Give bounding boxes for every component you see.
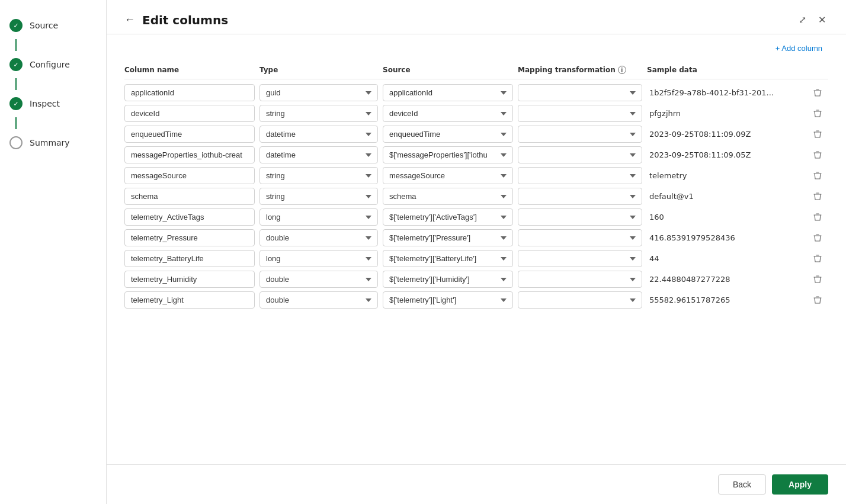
table-row: guid string datetime long double int boo… — [124, 146, 828, 163]
sample-data-value: 22.44880487277228 — [647, 271, 802, 287]
column-name-input[interactable] — [124, 229, 255, 246]
mapping-select[interactable] — [518, 105, 642, 122]
column-name-input[interactable] — [124, 146, 255, 163]
sample-data-value: pfgzjhrn — [647, 105, 802, 121]
table-row: guid string datetime long double int boo… — [124, 105, 828, 122]
col-header-type: Type — [259, 66, 378, 74]
table-header-row: Column name Type Source Mapping transfor… — [124, 66, 828, 79]
type-select[interactable]: guid string datetime long double int boo… — [259, 188, 378, 205]
close-icon[interactable]: ✕ — [816, 12, 828, 28]
back-button[interactable]: Back — [718, 474, 766, 495]
col-header-sample-data: Sample data — [647, 66, 802, 74]
source-select[interactable]: $['telemetry']['Light'] — [383, 291, 513, 309]
back-navigation-button[interactable]: ← — [124, 14, 135, 26]
column-name-input[interactable] — [124, 250, 255, 267]
page-footer: Back Apply — [107, 464, 846, 504]
sidebar-label-source: Source — [30, 21, 58, 30]
header-left: ← Edit columns — [124, 13, 228, 27]
sidebar-item-inspect[interactable]: Inspect — [0, 90, 106, 117]
sidebar-item-summary[interactable]: Summary — [0, 129, 106, 156]
source-select[interactable]: $['messageProperties']['iothu — [383, 146, 513, 163]
source-select[interactable]: $['telemetry']['Pressure'] — [383, 229, 513, 246]
type-select[interactable]: guid string datetime long double int boo… — [259, 84, 378, 101]
column-name-input[interactable] — [124, 208, 255, 226]
step-connector-2 — [15, 78, 17, 90]
page-title: Edit columns — [142, 13, 228, 27]
type-select[interactable]: guid string datetime long double int boo… — [259, 229, 378, 246]
table-row: guid string datetime long double int boo… — [124, 167, 828, 184]
mapping-select[interactable] — [518, 250, 642, 267]
delete-row-button[interactable] — [807, 210, 828, 224]
source-select[interactable]: messageSource — [383, 167, 513, 184]
column-name-input[interactable] — [124, 84, 255, 101]
sample-data-value: 44 — [647, 251, 802, 267]
sample-data-value: default@v1 — [647, 188, 802, 204]
mapping-select[interactable] — [518, 271, 642, 288]
page-header: ← Edit columns ⤢ ✕ — [107, 0, 846, 34]
delete-row-button[interactable] — [807, 272, 828, 287]
col-header-delete-spacer — [807, 66, 828, 74]
mapping-select[interactable] — [518, 291, 642, 309]
expand-icon[interactable]: ⤢ — [796, 12, 809, 28]
type-select[interactable]: guid string datetime long double int boo… — [259, 291, 378, 309]
delete-row-button[interactable] — [807, 293, 828, 307]
step-connector-1 — [15, 39, 17, 51]
source-select[interactable]: $['telemetry']['Humidity'] — [383, 271, 513, 288]
type-select[interactable]: guid string datetime long double int boo… — [259, 146, 378, 163]
sample-data-value: telemetry — [647, 168, 802, 184]
type-select[interactable]: guid string datetime long double int boo… — [259, 250, 378, 267]
table-row: guid string datetime long double int boo… — [124, 84, 828, 101]
mapping-info-icon[interactable]: i — [618, 66, 626, 74]
delete-row-button[interactable] — [807, 148, 828, 162]
table-row: guid string datetime long double int boo… — [124, 208, 828, 226]
sidebar-label-inspect: Inspect — [30, 99, 60, 108]
source-select[interactable]: $['telemetry']['BatteryLife'] — [383, 250, 513, 267]
apply-button[interactable]: Apply — [772, 474, 828, 495]
type-select[interactable]: guid string datetime long double int boo… — [259, 167, 378, 184]
sidebar-item-configure[interactable]: Configure — [0, 51, 106, 78]
source-select[interactable]: applicationId — [383, 84, 513, 101]
type-select[interactable]: guid string datetime long double int boo… — [259, 126, 378, 143]
mapping-select[interactable] — [518, 84, 642, 101]
delete-row-button[interactable] — [807, 127, 828, 142]
col-header-source: Source — [383, 66, 513, 74]
delete-row-button[interactable] — [807, 86, 828, 100]
table-row: guid string datetime long double int boo… — [124, 229, 828, 246]
sample-data-value: 55582.96151787265 — [647, 292, 802, 308]
mapping-select[interactable] — [518, 167, 642, 184]
delete-row-button[interactable] — [807, 190, 828, 204]
sidebar-item-source[interactable]: Source — [0, 12, 106, 39]
type-select[interactable]: guid string datetime long double int boo… — [259, 105, 378, 122]
mapping-select[interactable] — [518, 126, 642, 143]
sidebar-label-summary: Summary — [30, 138, 70, 147]
column-name-input[interactable] — [124, 271, 255, 288]
mapping-select[interactable] — [518, 208, 642, 226]
add-column-button[interactable]: + Add column — [770, 40, 828, 56]
source-select[interactable]: $['telemetry']['ActiveTags'] — [383, 208, 513, 226]
source-select[interactable]: deviceId — [383, 105, 513, 122]
delete-row-button[interactable] — [807, 252, 828, 266]
mapping-select[interactable] — [518, 229, 642, 246]
column-name-input[interactable] — [124, 105, 255, 122]
delete-row-button[interactable] — [807, 107, 828, 121]
sample-data-value: 1b2f5f29-a78b-4012-bf31-201... — [647, 85, 802, 101]
mapping-select[interactable] — [518, 188, 642, 205]
header-actions: ⤢ ✕ — [796, 12, 828, 28]
column-name-input[interactable] — [124, 291, 255, 309]
sample-data-value: 160 — [647, 209, 802, 225]
column-name-input[interactable] — [124, 188, 255, 205]
column-name-input[interactable] — [124, 126, 255, 143]
columns-table: Column name Type Source Mapping transfor… — [107, 56, 846, 464]
type-select[interactable]: guid string datetime long double int boo… — [259, 208, 378, 226]
table-body: guid string datetime long double int boo… — [124, 84, 828, 309]
sample-data-value: 2023-09-25T08:11:09.05Z — [647, 147, 802, 163]
mapping-select[interactable] — [518, 146, 642, 163]
type-select[interactable]: guid string datetime long double int boo… — [259, 271, 378, 288]
delete-row-button[interactable] — [807, 231, 828, 245]
source-select[interactable]: schema — [383, 188, 513, 205]
col-header-mapping: Mapping transformation i — [518, 66, 642, 74]
delete-row-button[interactable] — [807, 169, 828, 183]
column-name-input[interactable] — [124, 167, 255, 184]
sample-data-value: 2023-09-25T08:11:09.09Z — [647, 126, 802, 142]
source-select[interactable]: enqueuedTime — [383, 126, 513, 143]
